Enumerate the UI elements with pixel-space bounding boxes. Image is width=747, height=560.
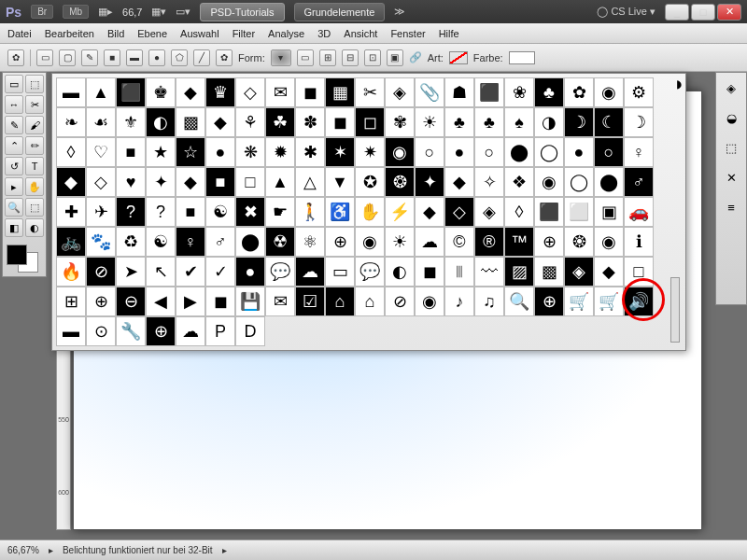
- shape-cell-49[interactable]: ✶: [325, 137, 355, 167]
- shape-cell-62[interactable]: ♥: [116, 167, 146, 197]
- shape-cell-144[interactable]: ▶: [176, 287, 205, 316]
- shape-cell-13[interactable]: ☗: [444, 77, 474, 107]
- shape-cell-85[interactable]: ☯: [205, 197, 235, 227]
- panel-icon-0[interactable]: ◈: [722, 78, 740, 97]
- film-icon[interactable]: ▦▸: [98, 6, 113, 18]
- shape-cell-166[interactable]: D: [235, 316, 265, 346]
- shape-cell-60[interactable]: ◆: [56, 167, 86, 197]
- tool-5[interactable]: 🖌: [25, 116, 44, 134]
- shape-cell-78[interactable]: ⬤: [594, 167, 624, 197]
- minibridge-chip[interactable]: Mb: [63, 5, 89, 19]
- shape-cell-120[interactable]: 🔥: [56, 257, 86, 287]
- shape-cell-2[interactable]: ⬛: [116, 77, 146, 107]
- shape-cell-128[interactable]: ☁: [295, 257, 325, 287]
- tool-0[interactable]: ▭: [5, 75, 23, 93]
- shape-cell-7[interactable]: ✉: [265, 77, 295, 107]
- shape-cell-123[interactable]: ↖: [146, 257, 176, 287]
- tool-3[interactable]: ✂: [25, 95, 44, 114]
- shape-cell-29[interactable]: ◼: [325, 107, 355, 137]
- shape-cell-79[interactable]: ♂: [624, 167, 654, 197]
- zoom-level[interactable]: 66,7: [122, 7, 142, 18]
- shape-cell-64[interactable]: ◆: [176, 167, 205, 197]
- shape-cell-88[interactable]: 🚶: [295, 197, 325, 227]
- shape-cell-148[interactable]: ☑: [295, 287, 325, 316]
- shape-cell-58[interactable]: ○: [594, 137, 624, 167]
- view-icon[interactable]: ▦▾: [151, 6, 166, 18]
- shape-cell-1[interactable]: ▲: [86, 77, 116, 107]
- link-icon[interactable]: 🔗: [409, 51, 422, 63]
- shape-cell-121[interactable]: ⊘: [86, 257, 116, 287]
- panel-icon-2[interactable]: ⬚: [722, 138, 740, 157]
- shape-cell-52[interactable]: ○: [415, 137, 444, 167]
- shape-cell-67[interactable]: ▲: [265, 167, 295, 197]
- screen-icon[interactable]: ▭▾: [176, 6, 190, 18]
- shape-cell-38[interactable]: ☾: [594, 107, 624, 137]
- tool-2[interactable]: ↔: [5, 95, 23, 114]
- shape-cell-111[interactable]: ☀: [385, 227, 415, 257]
- shape-cell-130[interactable]: 💬: [355, 257, 385, 287]
- shape-cell-23[interactable]: ◐: [146, 107, 176, 137]
- shape-rect-icon[interactable]: ■: [104, 49, 120, 66]
- shape-cell-44[interactable]: ☆: [176, 137, 205, 167]
- shape-cell-6[interactable]: ◇: [235, 77, 265, 107]
- shape-cell-32[interactable]: ☀: [415, 107, 444, 137]
- shape-cell-117[interactable]: ❂: [564, 227, 594, 257]
- shape-rrect-icon[interactable]: ▬: [126, 49, 143, 66]
- shape-cell-109[interactable]: ⊕: [325, 227, 355, 257]
- shape-cell-165[interactable]: P: [205, 316, 235, 346]
- shape-cell-115[interactable]: ™: [504, 227, 534, 257]
- shape-ellipse-icon[interactable]: ●: [148, 49, 165, 66]
- resize-handle[interactable]: [670, 277, 680, 343]
- shape-cell-160[interactable]: ▬: [56, 316, 86, 346]
- farbe-swatch[interactable]: [509, 51, 535, 64]
- shape-cell-51[interactable]: ◉: [385, 137, 415, 167]
- close-button[interactable]: ✕: [717, 4, 741, 21]
- shape-cell-22[interactable]: ⚜: [116, 107, 146, 137]
- shape-cell-101[interactable]: 🐾: [86, 227, 116, 257]
- shape-cell-59[interactable]: ♀: [624, 137, 654, 167]
- shape-cell-140[interactable]: ⊞: [56, 287, 86, 316]
- shape-cell-112[interactable]: ☁: [415, 227, 444, 257]
- shape-cell-149[interactable]: ⌂: [325, 287, 355, 316]
- shape-cell-40[interactable]: ◊: [56, 137, 86, 167]
- shape-cell-81[interactable]: ✈: [86, 197, 116, 227]
- shape-cell-56[interactable]: ◯: [534, 137, 564, 167]
- shape-cell-104[interactable]: ♀: [176, 227, 205, 257]
- shape-cell-94[interactable]: ◈: [474, 197, 504, 227]
- shape-cell-48[interactable]: ✱: [295, 137, 325, 167]
- shape-cell-10[interactable]: ✂: [355, 77, 385, 107]
- shape-cell-39[interactable]: ☽: [624, 107, 654, 137]
- shape-cell-84[interactable]: ■: [176, 197, 205, 227]
- shape-cell-70[interactable]: ✪: [355, 167, 385, 197]
- menu-ansicht[interactable]: Ansicht: [344, 28, 377, 39]
- shape-cell-89[interactable]: ♿: [325, 197, 355, 227]
- shape-cell-16[interactable]: ♣: [534, 77, 564, 107]
- shape-cell-151[interactable]: ⊘: [385, 287, 415, 316]
- shape-cell-103[interactable]: ☯: [146, 227, 176, 257]
- shape-cell-110[interactable]: ◉: [355, 227, 385, 257]
- shape-cell-108[interactable]: ⚛: [295, 227, 325, 257]
- shape-cell-9[interactable]: ▦: [325, 77, 355, 107]
- cs-live[interactable]: ◯ CS Live ▾: [597, 6, 655, 18]
- shape-cell-5[interactable]: ♛: [205, 77, 235, 107]
- shape-cell-90[interactable]: ✋: [355, 197, 385, 227]
- shape-cell-76[interactable]: ◉: [534, 167, 564, 197]
- shape-cell-116[interactable]: ⊕: [534, 227, 564, 257]
- maximize-button[interactable]: □: [691, 4, 715, 21]
- shape-cell-93[interactable]: ◇: [444, 197, 474, 227]
- shape-cell-50[interactable]: ✷: [355, 137, 385, 167]
- shape-cell-17[interactable]: ✿: [564, 77, 594, 107]
- shape-cell-31[interactable]: ✾: [385, 107, 415, 137]
- shape-cell-72[interactable]: ✦: [415, 167, 444, 197]
- menu-ebene[interactable]: Ebene: [137, 28, 167, 39]
- shape-custom-icon[interactable]: ✿: [216, 49, 233, 66]
- shape-cell-26[interactable]: ⚘: [235, 107, 265, 137]
- menu-analyse[interactable]: Analyse: [268, 28, 304, 39]
- shape-poly-icon[interactable]: ⬠: [171, 49, 188, 66]
- tab-psd-tutorials[interactable]: PSD-Tutorials: [200, 3, 284, 21]
- menu-fenster[interactable]: Fenster: [390, 28, 425, 39]
- shape-cell-11[interactable]: ◈: [385, 77, 415, 107]
- menu-filter[interactable]: Filter: [233, 28, 255, 39]
- tool-10[interactable]: ▸: [5, 177, 23, 196]
- mode-new-icon[interactable]: ▭: [297, 49, 314, 66]
